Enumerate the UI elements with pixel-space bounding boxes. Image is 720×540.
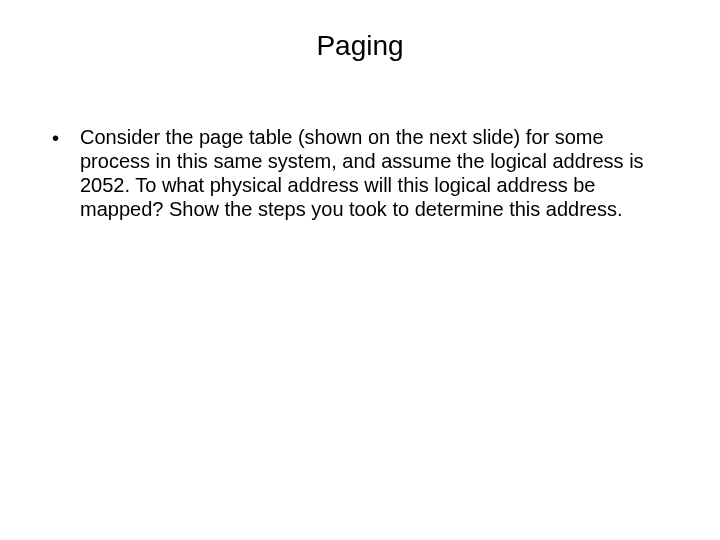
bullet-item: • Consider the page table (shown on the … xyxy=(50,125,660,221)
bullet-text: Consider the page table (shown on the ne… xyxy=(80,125,660,221)
slide-body: • Consider the page table (shown on the … xyxy=(50,125,660,221)
slide-title: Paging xyxy=(0,30,720,62)
slide: Paging • Consider the page table (shown … xyxy=(0,0,720,540)
bullet-marker-icon: • xyxy=(50,125,80,151)
